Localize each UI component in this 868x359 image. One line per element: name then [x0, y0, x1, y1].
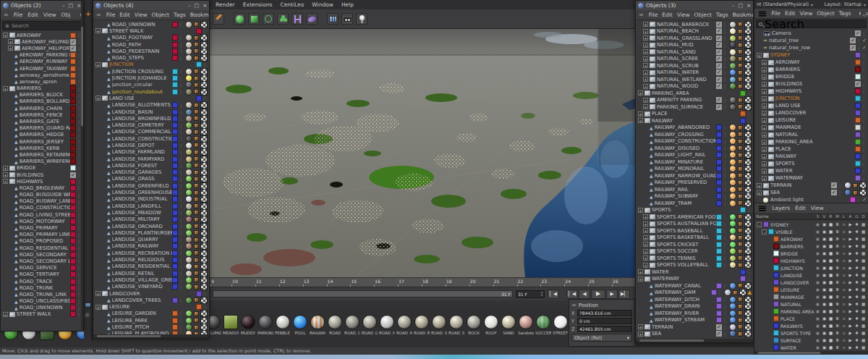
uvw-tag-icon[interactable]	[744, 131, 752, 138]
layer-color-swatch[interactable]	[70, 85, 76, 91]
layer-color-swatch[interactable]	[716, 283, 722, 289]
layer-row[interactable]: PARKING AREA●▣■≣▫▶✚▩	[754, 308, 868, 315]
tree-item[interactable]: ▲RAILWAY_NARROW_GUAGE⋮	[636, 172, 753, 180]
layer-color-swatch[interactable]	[172, 230, 178, 236]
tree-item[interactable]: ▲ROAD_BUSGUIDE WAY⋮	[1, 192, 83, 198]
uvw-tag-icon[interactable]	[859, 189, 867, 196]
layer-color-swatch[interactable]	[172, 176, 178, 182]
layer-color-swatch[interactable]	[716, 297, 722, 303]
layer-color-swatch[interactable]	[70, 212, 76, 218]
tree-item[interactable]: +SYDNEY⋮	[754, 51, 868, 59]
material-thumbnail[interactable]	[729, 330, 736, 337]
texture-tag-icon[interactable]	[738, 56, 743, 62]
tree-item[interactable]: ▲ROAD_SERVICE⋮	[1, 265, 83, 271]
tree-item[interactable]: +BUILDINGS✓⋮	[1, 172, 83, 178]
material-thumbnail[interactable]	[729, 220, 736, 227]
tree-item[interactable]: ▲LANDUSE_ALLOTMENTS⋮	[93, 102, 209, 109]
material-thumbnail[interactable]	[185, 263, 192, 270]
texture-tag-icon[interactable]	[738, 214, 743, 219]
material-swatch-road-g[interactable]: ROAD_G	[362, 315, 378, 335]
menu-item-edit[interactable]: Edit	[662, 12, 673, 18]
spline-bracket-icon[interactable]	[292, 13, 303, 25]
tree-item[interactable]: +PARKING_AREA⋮	[636, 90, 753, 97]
uvw-tag-icon[interactable]	[744, 55, 752, 62]
coordinate-input-z[interactable]: 42461.855 cm	[577, 326, 632, 332]
material-thumbnail[interactable]	[729, 21, 736, 28]
texture-tag-icon[interactable]	[194, 311, 199, 316]
material-thumbnail[interactable]	[185, 310, 192, 317]
texture-tag-icon[interactable]	[194, 210, 199, 215]
pen-tool-icon[interactable]	[213, 13, 224, 25]
texture-tag-icon[interactable]	[194, 224, 199, 229]
layer-color-swatch[interactable]	[172, 156, 178, 162]
tree-item[interactable]: ▲RAILWAY_MINATURE⋮	[636, 159, 753, 166]
layer-color-swatch[interactable]	[716, 303, 722, 309]
layer-color-swatch[interactable]	[70, 159, 76, 164]
layer-color-swatch[interactable]	[172, 311, 178, 316]
material-thumbnail[interactable]	[729, 193, 736, 200]
tree-item[interactable]: +PARKING_SURFACE✓⋮	[636, 104, 753, 111]
uvw-tag-icon[interactable]	[200, 54, 208, 62]
texture-tag-icon[interactable]	[194, 109, 199, 114]
uvw-tag-icon[interactable]	[744, 104, 752, 111]
tree-item[interactable]: +AEROWAY⋮	[1, 32, 83, 38]
uvw-tag-icon[interactable]	[744, 165, 752, 172]
material-thumbnail[interactable]	[729, 96, 736, 104]
search-icon[interactable]	[859, 12, 861, 15]
material-thumbnail[interactable]	[185, 216, 192, 223]
layer-color-swatch[interactable]	[70, 225, 76, 231]
layer-color-swatch[interactable]	[740, 111, 746, 117]
tree-item[interactable]: ▲LANDUSE_RESIDENTIAL⋮	[93, 263, 209, 270]
material-swatch-meadow[interactable]: MEADOW	[223, 315, 239, 335]
texture-tag-icon[interactable]	[733, 290, 738, 295]
texture-tag-icon[interactable]	[194, 190, 199, 195]
layer-color-swatch[interactable]	[855, 88, 861, 94]
tree-item[interactable]: ▲junction_roundabout⋮	[93, 88, 209, 95]
layer-toggle-icons[interactable]: ●▣■≣▫▶✚▩	[814, 258, 867, 263]
menu-item-view[interactable]: View	[43, 12, 56, 18]
texture-tag-icon[interactable]	[738, 166, 743, 172]
uvw-tag-icon[interactable]	[744, 261, 752, 269]
tree-item[interactable]: +NATURAL_SCRUB✓⋮	[636, 62, 753, 69]
tree-item[interactable]: +NATURAL_GRASSLAND✓⋮	[636, 35, 753, 42]
tree-item[interactable]: +PLACE⋮	[636, 111, 753, 118]
tree-item[interactable]: ▲LANDUSE_FOREST⋮	[93, 162, 209, 169]
tree-item[interactable]: +PARKING_AREA⋮	[754, 138, 868, 145]
menu-item-view[interactable]: View	[135, 12, 148, 18]
layer-toggle-icons[interactable]: ●▣■≣▫▶✚▩	[814, 316, 867, 321]
material-swatch-parking[interactable]: PARKING	[258, 315, 273, 335]
tree-item[interactable]: +SPORTS AMERICAN FOOTBALL⋮	[636, 214, 753, 221]
uvw-tag-icon[interactable]	[859, 182, 867, 189]
material-thumbnail[interactable]	[729, 131, 736, 138]
tree-item[interactable]: ▲AEROWAY_TAXIWAY⋮	[1, 65, 83, 72]
menu-item-object[interactable]: Object	[694, 12, 712, 18]
layer-color-swatch[interactable]	[172, 250, 178, 256]
tree-item[interactable]: ▲AEROWAY_RUNWAY⋮	[1, 59, 83, 65]
tree-item[interactable]: ▲LANDUSE_BROWNFIELD⋮	[93, 115, 209, 122]
layer-color-swatch[interactable]	[716, 200, 722, 206]
texture-tag-icon[interactable]	[194, 250, 199, 255]
layer-color-swatch[interactable]	[70, 98, 76, 104]
tree-item[interactable]: ▲LANDUSE_FARMYARD⋮	[93, 156, 209, 162]
tree-item[interactable]: ▲LANDUSE_QUARRY⋮	[93, 237, 209, 243]
layer-color-swatch[interactable]	[855, 67, 861, 72]
tree-item[interactable]: ▲LANDUSE_RECREATION GROUND⋮	[93, 250, 209, 256]
material-thumbnail[interactable]	[729, 255, 736, 262]
menu-item-obj[interactable]: Obj	[61, 12, 71, 18]
menu-item-bookmark[interactable]: Bookmark	[733, 12, 754, 18]
tree-item[interactable]: ▲LANDUSE_MILITARY⋮	[93, 216, 209, 223]
texture-tag-icon[interactable]	[194, 258, 199, 263]
texture-tag-icon[interactable]	[738, 77, 743, 82]
material-thumbnail[interactable]	[729, 41, 736, 48]
layer-color-swatch[interactable]	[716, 242, 722, 248]
layer-color-swatch[interactable]	[172, 163, 178, 169]
tree-item[interactable]: +LAND USE⋮	[93, 95, 209, 101]
tree-item[interactable]: +WATER⋮	[754, 167, 868, 174]
material-thumbnail[interactable]	[729, 124, 736, 131]
layer-color-swatch[interactable]	[172, 129, 178, 135]
menu-item-centileo[interactable]: CentiLeo	[280, 1, 304, 8]
texture-tag-icon[interactable]	[194, 163, 199, 168]
goto-start-button[interactable]: ▏◀	[548, 290, 559, 299]
clear-search-icon[interactable]: ⊗	[5, 23, 9, 29]
tree-item[interactable]: ▲RAILWAY_DISUSED⋮	[636, 145, 753, 152]
